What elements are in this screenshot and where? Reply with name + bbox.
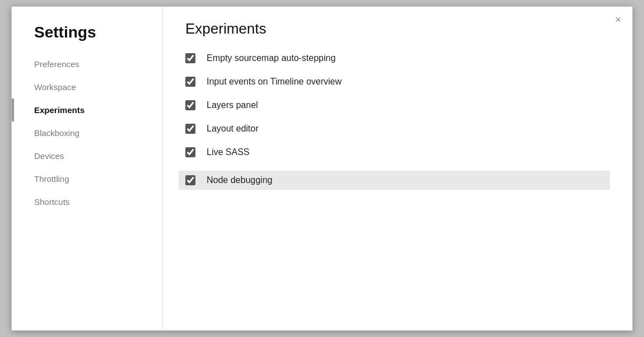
experiment-label-layers-panel: Layers panel	[207, 100, 258, 110]
experiment-checkbox-live-sass[interactable]	[185, 147, 195, 157]
experiment-checkbox-input-events[interactable]	[185, 77, 195, 87]
section-title: Experiments	[185, 20, 610, 38]
experiment-label-input-events: Input events on Timeline overview	[207, 77, 342, 87]
sidebar-item-preferences[interactable]: Preferences	[12, 53, 162, 76]
sidebar-item-blackboxing[interactable]: Blackboxing	[12, 121, 162, 144]
experiment-label-node-debugging: Node debugging	[207, 175, 272, 185]
experiment-item-live-sass: Live SASS	[185, 147, 610, 157]
settings-dialog: × Settings Preferences Workspace Experim…	[11, 6, 633, 331]
dialog-body: Settings Preferences Workspace Experimen…	[12, 7, 632, 330]
sidebar-item-workspace[interactable]: Workspace	[12, 76, 162, 99]
experiment-item-node-debugging: Node debugging	[179, 171, 610, 190]
experiment-item-input-events: Input events on Timeline overview	[185, 77, 610, 87]
sidebar-item-shortcuts[interactable]: Shortcuts	[12, 190, 162, 213]
experiment-checkbox-layers-panel[interactable]	[185, 100, 195, 110]
experiment-item-layers-panel: Layers panel	[185, 100, 610, 110]
experiment-label-empty-sourcemap: Empty sourcemap auto-stepping	[207, 53, 335, 63]
experiment-label-live-sass: Live SASS	[207, 147, 249, 157]
experiment-checkbox-node-debugging[interactable]	[185, 175, 195, 185]
experiment-checkbox-layout-editor[interactable]	[185, 124, 195, 134]
experiment-label-layout-editor: Layout editor	[207, 124, 259, 134]
sidebar: Settings Preferences Workspace Experimen…	[12, 7, 163, 330]
main-content: Experiments Empty sourcemap auto-steppin…	[163, 7, 632, 330]
sidebar-item-throttling[interactable]: Throttling	[12, 167, 162, 190]
experiment-item-layout-editor: Layout editor	[185, 124, 610, 134]
experiment-item-empty-sourcemap: Empty sourcemap auto-stepping	[185, 53, 610, 63]
sidebar-item-experiments[interactable]: Experiments	[12, 99, 162, 121]
experiment-checkbox-empty-sourcemap[interactable]	[185, 53, 195, 63]
sidebar-title: Settings	[12, 18, 162, 53]
sidebar-item-devices[interactable]: Devices	[12, 144, 162, 167]
